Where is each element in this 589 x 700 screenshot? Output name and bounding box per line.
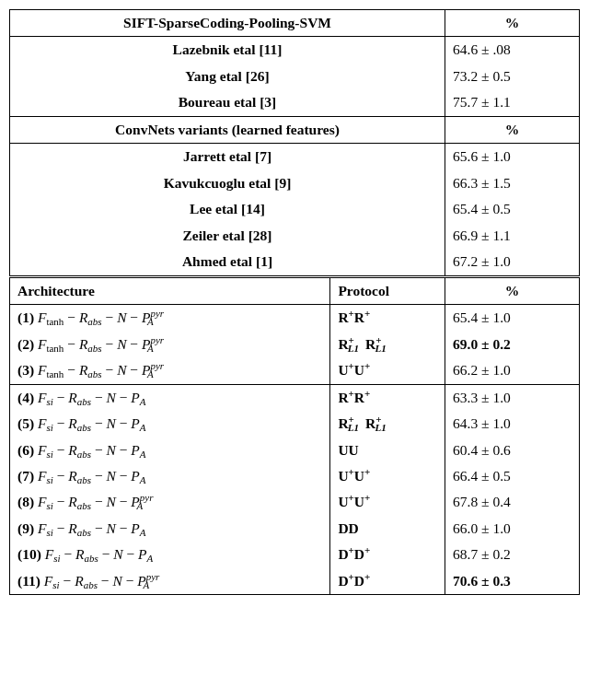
g1-r2-value: 66.2 ± 1.0	[445, 357, 580, 384]
g2-r1-proto: R+L1R+L1	[330, 411, 445, 437]
g2-r4-value: 67.8 ± 0.4	[445, 489, 580, 515]
g2-r1-value: 64.3 ± 1.0	[445, 411, 580, 437]
g2-r6-proto: D+D+	[330, 542, 445, 567]
s2-row0-method: Jarrett etal [7]	[10, 144, 445, 170]
s2-row3-value: 66.9 ± 1.1	[445, 223, 580, 249]
section1-header-label: SIFT-SparseCoding-Pooling-SVM	[10, 10, 445, 37]
full-header-c2: Protocol	[330, 276, 445, 304]
g2-r0-value: 63.3 ± 1.0	[445, 384, 580, 411]
full-header-c1: Architecture	[10, 276, 330, 304]
g1-r1-proto: R+L1R+L1	[330, 332, 445, 357]
section2-header-label: ConvNets variants (learned features)	[10, 116, 445, 143]
s1-row2-value: 75.7 ± 1.1	[445, 89, 580, 116]
s1-row0-method: Lazebnik etal [11]	[10, 37, 445, 64]
s2-row1-method: Kavukcuoglu etal [9]	[10, 170, 445, 196]
g2-r6-value: 68.7 ± 0.2	[445, 542, 580, 567]
s1-row0-value: 64.6 ± .08	[445, 37, 580, 64]
s1-row2-method: Boureau etal [3]	[10, 89, 445, 116]
g2-r7-proto: D+D+	[330, 568, 445, 595]
g1-r1-arch: (2) Ftanh − Rabs − N − PpyrA	[10, 332, 330, 357]
g2-r5-value: 66.0 ± 1.0	[445, 516, 580, 542]
s2-row3-method: Zeiler etal [28]	[10, 223, 445, 249]
g2-r5-proto: DD	[330, 516, 445, 542]
g2-r3-arch: (7) Fsi − Rabs − N − PA	[10, 463, 330, 489]
s1-row1-method: Yang etal [26]	[10, 64, 445, 89]
s2-row0-value: 65.6 ± 1.0	[445, 144, 580, 170]
g2-r2-proto: UU	[330, 438, 445, 463]
s2-row4-value: 67.2 ± 1.0	[445, 249, 580, 276]
g2-r0-proto: R+R+	[330, 384, 445, 411]
section1-header-metric: %	[445, 10, 580, 37]
g2-r6-arch: (10) Fsi − Rabs − N − PA	[10, 542, 330, 567]
g2-r2-arch: (6) Fsi − Rabs − N − PA	[10, 438, 330, 463]
g1-r0-value: 65.4 ± 1.0	[445, 305, 580, 332]
g2-r3-value: 66.4 ± 0.5	[445, 463, 580, 489]
s2-row4-method: Ahmed etal [1]	[10, 249, 445, 276]
g2-r0-arch: (4) Fsi − Rabs − N − PA	[10, 384, 330, 411]
g1-r0-proto: R+R+	[330, 305, 445, 332]
s2-row2-value: 65.4 ± 0.5	[445, 196, 580, 222]
g1-r2-arch: (3) Ftanh − Rabs − N − PpyrA	[10, 357, 330, 384]
section2-header-metric: %	[445, 116, 580, 143]
g2-r5-arch: (9) Fsi − Rabs − N − PA	[10, 516, 330, 542]
g2-r7-arch: (11) Fsi − Rabs − N − PpyrA	[10, 568, 330, 595]
results-table: SIFT-SparseCoding-Pooling-SVM % Lazebnik…	[9, 9, 580, 595]
full-header-c3: %	[445, 276, 580, 304]
g2-r4-proto: U+U+	[330, 489, 445, 515]
s2-row2-method: Lee etal [14]	[10, 196, 445, 222]
g2-r4-arch: (8) Fsi − Rabs − N − PpyrA	[10, 489, 330, 515]
s2-row1-value: 66.3 ± 1.5	[445, 170, 580, 196]
g1-r0-arch: (1) Ftanh − Rabs − N − PpyrA	[10, 305, 330, 332]
g2-r1-arch: (5) Fsi − Rabs − N − PA	[10, 411, 330, 437]
g2-r7-value: 70.6 ± 0.3	[445, 568, 580, 595]
g2-r3-proto: U+U+	[330, 463, 445, 489]
g2-r2-value: 60.4 ± 0.6	[445, 438, 580, 463]
g1-r1-value: 69.0 ± 0.2	[445, 332, 580, 357]
s1-row1-value: 73.2 ± 0.5	[445, 64, 580, 89]
g1-r2-proto: U+U+	[330, 357, 445, 384]
